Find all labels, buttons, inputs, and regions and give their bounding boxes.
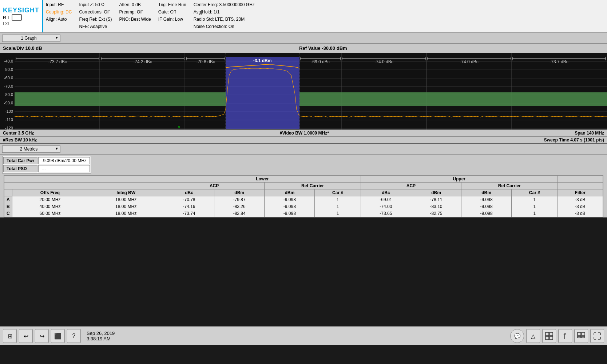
col-dbm-ref-u: dBm: [461, 189, 512, 196]
acp-label-l: ACP: [164, 183, 264, 189]
svg-rect-60: [550, 332, 553, 336]
table-row: C 60.00 MHz 18.00 MHz -73.74 -82.84 -9.0…: [4, 210, 603, 217]
param-ifgain: IF Gain: Low: [158, 16, 186, 23]
header: KEYSIGHT R L LXI Input: RF Coupling: DC …: [0, 0, 607, 33]
col-dbc-u: dBc: [361, 189, 411, 196]
svg-text:-74.2 dBc: -74.2 dBc: [133, 59, 152, 64]
svg-text:-40.0: -40.0: [4, 59, 13, 63]
param-radiostd: Radio Std: LTE, BTS, 20M: [194, 16, 255, 23]
span: Span 140 MHz: [575, 131, 604, 136]
taskbar-datetime: Sep 26, 2019 3:38:19 AM: [83, 331, 508, 341]
grid-button[interactable]: [542, 329, 556, 343]
redo-button[interactable]: ↪: [35, 329, 49, 343]
svg-rect-27: [299, 92, 607, 106]
col-dbc-l: dBc: [164, 189, 214, 196]
svg-text:-50.0: -50.0: [4, 67, 13, 72]
center-freq: Center 3.5 GHz: [3, 131, 34, 136]
table-row: A 20.00 MHz 18.00 MHz -70.78 -79.87 -9.0…: [4, 196, 603, 203]
col-filter: Filter: [558, 189, 603, 196]
svg-text:-73.7 dBc: -73.7 dBc: [48, 59, 67, 64]
svg-text:-80.0: -80.0: [4, 92, 13, 97]
svg-text:-3.1 dBm: -3.1 dBm: [253, 58, 272, 63]
param-input: Input: RF: [46, 1, 72, 8]
svg-text:-120: -120: [5, 126, 13, 129]
param-col-4: Trig: Free Run Gate: Off IF Gain: Low: [158, 1, 186, 31]
res-bw: #Res BW 10 kHz: [3, 137, 37, 143]
param-col-3: Atten: 0 dB Preamp: Off PNO: Best Wide: [119, 1, 151, 31]
metrics-dropdown[interactable]: 2 Metrics: [2, 145, 60, 153]
sweep-time: Sweep Time 4.07 s (1001 pts): [544, 137, 604, 143]
col-dbm-l: dBm: [214, 189, 265, 196]
param-col-1: Input: RF Coupling: DC Align: Auto: [46, 1, 72, 31]
lxi-label: LXI: [3, 21, 39, 26]
touch-button[interactable]: [558, 329, 572, 343]
svg-rect-61: [545, 336, 549, 340]
ref-value: Ref Value -30.00 dBm: [42, 45, 604, 51]
svg-text:-110: -110: [5, 117, 13, 122]
metrics-section: 2 Metrics Total Car Pwr -9.098 dBm/20.00…: [0, 144, 607, 217]
param-gate: Gate: Off: [158, 9, 186, 15]
col-dbm-ref-l: dBm: [265, 189, 315, 196]
param-col-2: Input Z: 50 Ω Corrections: Off Freq Ref:…: [79, 1, 112, 31]
svg-rect-59: [545, 332, 549, 336]
col-dbm-u: dBm: [411, 189, 461, 196]
param-noisecorr: Noise Correction: On: [194, 23, 255, 30]
param-pno: PNO: Best Wide: [119, 16, 151, 23]
total-psd-label: Total PSD: [3, 165, 37, 172]
col-car-u: Car #: [512, 189, 558, 196]
svg-rect-64: [582, 332, 585, 336]
param-coupling: Coupling: DC: [46, 9, 72, 15]
svg-text:-90.0: -90.0: [4, 101, 13, 105]
windows-button[interactable]: ⊞: [3, 329, 17, 343]
param-freqref: Freq Ref: Ext (S): [79, 16, 112, 23]
param-corrections: Corrections: Off: [79, 9, 112, 15]
ref-carrier-label-l: Ref Carrier: [265, 183, 361, 189]
acp-label-u: ACP: [361, 183, 461, 189]
mode-icon: [12, 14, 22, 21]
ref-carrier-label-u: Ref Carrier: [461, 183, 558, 189]
upper-header: Upper: [361, 176, 558, 183]
resize-button[interactable]: [590, 329, 604, 343]
param-atten: Atten: 0 dB: [119, 1, 151, 8]
logo-text: KEYSIGHT: [3, 7, 39, 14]
param-preamp: Preamp: Off: [119, 9, 151, 15]
svg-rect-0: [0, 53, 607, 129]
taskbar: ⊞ ↩ ↪ ⬛ ? Sep 26, 2019 3:38:19 AM 💬 △: [0, 326, 607, 345]
undo-button[interactable]: ↩: [19, 329, 33, 343]
total-psd-value: ---: [38, 165, 90, 172]
help-button[interactable]: ?: [67, 329, 81, 343]
svg-text:-70.8 dBc: -70.8 dBc: [196, 59, 215, 64]
total-car-pwr-label: Total Car Pwr: [3, 157, 37, 164]
time-label: 3:38:19 AM: [87, 336, 111, 341]
svg-rect-26: [15, 92, 226, 106]
acp-table: Lower Upper ACP Ref Carrier ACP Ref Carr…: [4, 175, 603, 217]
col-offs-freq: Offs Freq: [12, 189, 88, 196]
param-inputz: Input Z: 50 Ω: [79, 1, 112, 8]
capture-button[interactable]: ⬛: [51, 329, 65, 343]
svg-text:-60.0: -60.0: [4, 76, 13, 80]
graph-area: -40.0 -50.0 -60.0 -70.0 -80.0 -90.0 -100…: [0, 53, 607, 129]
svg-rect-66: [582, 336, 585, 338]
col-car-l: Car #: [315, 189, 361, 196]
chat-button[interactable]: 💬: [510, 329, 524, 343]
param-avghold: Avg|Hold: 1/1: [194, 9, 255, 15]
graph-dropdown[interactable]: 1 Graph: [2, 35, 60, 42]
video-bw: #Video BW 1.0000 MHz*: [280, 131, 329, 136]
logo-sub: R L: [3, 14, 39, 21]
graph-section: 1 Graph Scale/Div 10.0 dB Ref Value -30.…: [0, 33, 607, 144]
param-col-5: Center Freq: 3.500000000 GHz Avg|Hold: 1…: [194, 1, 255, 31]
svg-rect-63: [578, 332, 581, 336]
alert-button[interactable]: △: [526, 329, 540, 343]
svg-rect-62: [550, 336, 553, 340]
main-content: KEYSIGHT R L LXI Input: RF Coupling: DC …: [0, 0, 607, 345]
mode-label: R L: [3, 15, 10, 20]
svg-rect-65: [578, 336, 581, 338]
svg-text:-100: -100: [5, 109, 13, 113]
col-integ-bw: Integ BW: [88, 189, 164, 196]
svg-rect-28: [226, 57, 299, 129]
total-car-pwr-value: -9.098 dBm/20.00 MHz: [38, 157, 90, 164]
param-align: Align: Auto: [46, 16, 72, 23]
layout-button[interactable]: [574, 329, 588, 343]
param-trig: Trig: Free Run: [158, 1, 186, 8]
scale-label: Scale/Div 10.0 dB: [3, 45, 42, 51]
